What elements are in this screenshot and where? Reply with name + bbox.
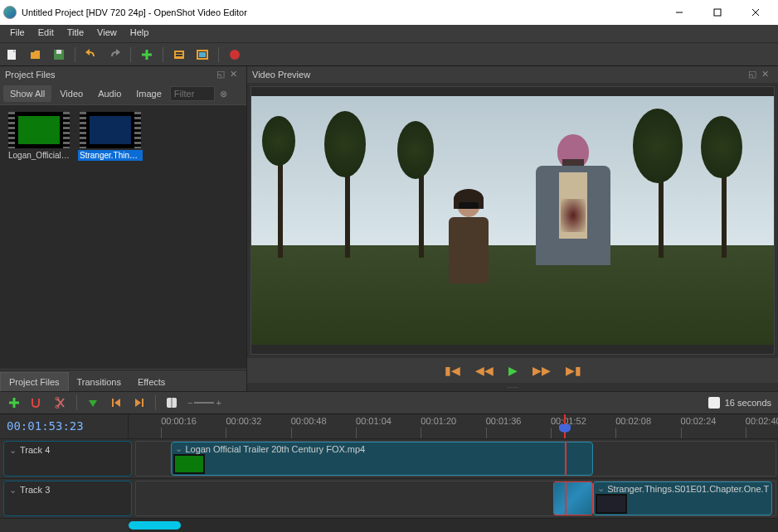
timeline-toolbar: −+ 16 seconds bbox=[0, 391, 778, 414]
close-button[interactable] bbox=[737, 0, 775, 25]
svg-rect-1 bbox=[714, 9, 721, 16]
app-logo-icon bbox=[3, 6, 17, 19]
svg-rect-22 bbox=[142, 399, 143, 407]
save-project-icon[interactable] bbox=[51, 47, 66, 62]
project-files-header: Project Files bbox=[5, 70, 56, 80]
timeline-clip[interactable]: ⌄Stranger.Things.S01E01.Chapter.One.The.… bbox=[593, 481, 772, 515]
track-header[interactable]: ⌄Track 3 bbox=[3, 481, 132, 516]
open-project-icon[interactable] bbox=[28, 47, 43, 62]
main-toolbar bbox=[0, 43, 778, 66]
panel-resize-handle[interactable]: ······ bbox=[247, 383, 778, 391]
add-marker-icon[interactable] bbox=[85, 395, 100, 410]
menu-help[interactable]: Help bbox=[124, 25, 156, 42]
undo-icon[interactable] bbox=[84, 47, 99, 62]
close-panel-icon[interactable]: ✕ bbox=[230, 69, 241, 80]
svg-rect-11 bbox=[176, 55, 182, 56]
timeline-scrollbar[interactable] bbox=[129, 519, 778, 532]
clip-label: Stranger.Things.S01E01.Chapter.One.The.V… bbox=[607, 484, 770, 494]
snap-icon[interactable] bbox=[30, 395, 45, 410]
redo-icon[interactable] bbox=[107, 47, 122, 62]
svg-rect-6 bbox=[56, 50, 61, 54]
ruler-tick: 00:01:20 bbox=[421, 416, 456, 426]
ruler-tick: 00:01:04 bbox=[356, 416, 391, 426]
project-files-panel: Project Files ◱ ✕ Show All Video Audio I… bbox=[0, 66, 247, 391]
track-header[interactable]: ⌄Track 4 bbox=[3, 441, 132, 476]
video-preview[interactable] bbox=[250, 86, 775, 355]
tab-effects[interactable]: Effects bbox=[129, 373, 173, 391]
timeline: 00:01:53:23 00:00:1600:00:3200:00:4800:0… bbox=[0, 414, 778, 532]
track-lane[interactable]: ⌄Stranger.Things.S01E01.Chapter.One.The.… bbox=[135, 481, 776, 516]
menu-view[interactable]: View bbox=[90, 25, 124, 42]
timecode-display[interactable]: 00:01:53:23 bbox=[0, 414, 129, 438]
fast-forward-button[interactable]: ▶▶ bbox=[532, 364, 551, 377]
ruler-tick: 00:01:36 bbox=[486, 416, 522, 426]
ruler-tick: 00:00:32 bbox=[226, 416, 261, 426]
close-panel-icon[interactable]: ✕ bbox=[761, 69, 773, 80]
chevron-down-icon[interactable]: ⌄ bbox=[175, 443, 182, 454]
svg-point-14 bbox=[230, 50, 240, 60]
timeline-clip[interactable]: ⌄Logan Official Trailer 20th Century FOX… bbox=[171, 442, 593, 476]
window-title: Untitled Project [HDV 720 24p] - OpenSho… bbox=[22, 7, 660, 17]
add-track-icon[interactable] bbox=[7, 395, 22, 410]
zoom-icon bbox=[708, 397, 720, 409]
zoom-label: 16 seconds bbox=[725, 398, 771, 408]
file-name-label: Logan_Official_... bbox=[7, 150, 71, 161]
ruler-tick: 00:02:40 bbox=[746, 416, 778, 426]
menu-edit[interactable]: Edit bbox=[32, 25, 61, 42]
minimize-button[interactable] bbox=[660, 0, 698, 25]
timeline-ruler[interactable]: 00:00:1600:00:3200:00:4800:01:0400:01:20… bbox=[129, 414, 778, 438]
tab-project-files[interactable]: Project Files bbox=[0, 372, 69, 391]
chevron-down-icon[interactable]: ⌄ bbox=[9, 485, 17, 496]
export-video-icon[interactable] bbox=[227, 47, 242, 62]
rewind-button[interactable]: ◀◀ bbox=[475, 364, 494, 377]
clip-label: Logan Official Trailer 20th Century FOX.… bbox=[185, 444, 365, 454]
profile-icon[interactable] bbox=[172, 47, 187, 62]
jump-start-button[interactable]: ▮◀ bbox=[445, 364, 460, 377]
zoom-slider[interactable]: −+ bbox=[187, 398, 221, 408]
filter-video[interactable]: Video bbox=[53, 85, 90, 102]
file-name-label: Stranger.Things.... bbox=[78, 150, 143, 161]
filter-input[interactable] bbox=[170, 86, 215, 101]
track-name-label: Track 4 bbox=[20, 445, 50, 455]
new-project-icon[interactable] bbox=[5, 47, 20, 62]
files-grid[interactable]: Logan_Official_... Stranger.Things.... bbox=[0, 104, 246, 370]
ruler-tick: 00:00:16 bbox=[161, 416, 197, 426]
svg-rect-13 bbox=[199, 52, 206, 57]
preview-header: Video Preview bbox=[252, 70, 310, 80]
undock-icon[interactable]: ◱ bbox=[748, 69, 760, 80]
chevron-down-icon[interactable]: ⌄ bbox=[597, 483, 605, 494]
fullscreen-icon[interactable] bbox=[195, 47, 210, 62]
center-playhead-icon[interactable] bbox=[164, 395, 179, 410]
menu-file[interactable]: File bbox=[3, 25, 32, 42]
track-name-label: Track 3 bbox=[20, 485, 50, 495]
razor-icon[interactable] bbox=[53, 395, 68, 410]
prev-marker-icon[interactable] bbox=[109, 395, 124, 410]
track-lane[interactable]: ⌄Logan Official Trailer 20th Century FOX… bbox=[135, 441, 776, 476]
file-item[interactable]: Stranger.Things.... bbox=[78, 112, 143, 161]
video-frame bbox=[251, 96, 774, 345]
titlebar: Untitled Project [HDV 720 24p] - OpenSho… bbox=[0, 0, 778, 25]
track-row: ⌄Track 4⌄Logan Official Trailer 20th Cen… bbox=[0, 439, 778, 479]
next-marker-icon[interactable] bbox=[132, 395, 147, 410]
transition-clip[interactable] bbox=[553, 481, 594, 515]
playback-controls: ▮◀ ◀◀ ▶ ▶▶ ▶▮ bbox=[247, 358, 778, 383]
jump-end-button[interactable]: ▶▮ bbox=[566, 364, 581, 377]
chevron-down-icon[interactable]: ⌄ bbox=[9, 445, 17, 456]
filter-image[interactable]: Image bbox=[129, 85, 168, 102]
menu-title[interactable]: Title bbox=[61, 25, 90, 42]
tab-transitions[interactable]: Transitions bbox=[69, 373, 129, 391]
clear-filter-icon[interactable]: ⊗ bbox=[220, 89, 227, 99]
playhead[interactable] bbox=[564, 414, 566, 438]
undock-icon[interactable]: ◱ bbox=[216, 69, 228, 80]
ruler-tick: 00:00:48 bbox=[291, 416, 327, 426]
svg-rect-21 bbox=[112, 399, 114, 407]
ruler-tick: 00:02:24 bbox=[681, 416, 717, 426]
file-item[interactable]: Logan_Official_... bbox=[7, 112, 71, 161]
svg-rect-10 bbox=[176, 52, 182, 54]
filter-show-all[interactable]: Show All bbox=[3, 85, 51, 102]
maximize-button[interactable] bbox=[698, 0, 737, 25]
play-button[interactable]: ▶ bbox=[508, 364, 518, 377]
import-files-icon[interactable] bbox=[139, 47, 154, 62]
filter-audio[interactable]: Audio bbox=[91, 85, 128, 102]
scrollbar-thumb[interactable] bbox=[129, 521, 181, 530]
